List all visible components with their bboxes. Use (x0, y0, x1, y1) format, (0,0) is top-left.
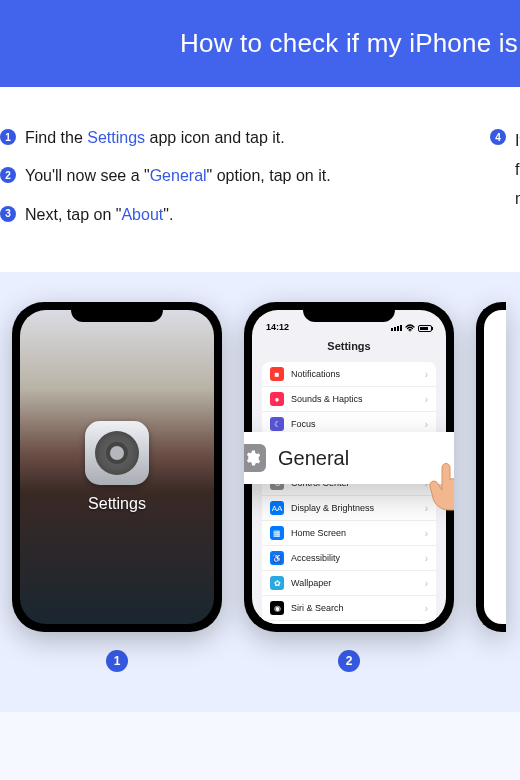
settings-group: ⚙ Control Center ›AA Display & Brightnes… (262, 471, 436, 624)
signal-icon (391, 325, 402, 331)
page-title: How to check if my iPhone is unlocked in… (180, 28, 520, 58)
step-item: 4 If you scroll down, you willfind infor… (490, 127, 520, 213)
wifi-icon (405, 324, 415, 332)
row-icon: AA (270, 501, 284, 515)
gear-icon (85, 421, 149, 485)
settings-row[interactable]: ✿ Wallpaper › (262, 571, 436, 596)
chevron-right-icon: › (425, 603, 428, 614)
chevron-right-icon: › (425, 578, 428, 589)
chevron-right-icon: › (425, 394, 428, 405)
settings-row[interactable]: ▦ Home Screen › (262, 521, 436, 546)
step-text: Next, tap on "About". (25, 204, 173, 226)
phone-mockup-3 (476, 302, 506, 632)
steps-section: 1 Find the Settings app icon and tap it.… (0, 87, 520, 272)
row-icon: ■ (270, 367, 284, 381)
row-label: Siri & Search (291, 603, 418, 613)
phone-notch (71, 302, 163, 322)
pointer-hand-icon (424, 456, 454, 511)
phone-mockup-2: 14:12 Settings ■ Notifications ›● Sounds… (244, 302, 454, 632)
battery-icon (418, 325, 432, 332)
popout-label: General (278, 447, 349, 470)
row-label: Accessibility (291, 553, 418, 563)
settings-list: ■ Notifications ›● Sounds & Haptics ›☾ F… (252, 362, 446, 624)
step-item: 2 You'll now see a "General" option, tap… (0, 165, 430, 187)
settings-row[interactable]: ♿ Accessibility › (262, 546, 436, 571)
settings-row[interactable]: ■ Notifications › (262, 362, 436, 387)
row-label: Wallpaper (291, 578, 418, 588)
phone-badge: 2 (338, 650, 360, 672)
step-item: 1 Find the Settings app icon and tap it. (0, 127, 430, 149)
settings-row[interactable]: AA Display & Brightness › (262, 496, 436, 521)
phone-screen: Settings (20, 310, 214, 624)
row-label: Sounds & Haptics (291, 394, 418, 404)
step-number: 3 (0, 206, 16, 222)
phone-notch (303, 302, 395, 322)
row-label: Notifications (291, 369, 418, 379)
row-icon: ● (270, 392, 284, 406)
step-text: You'll now see a "General" option, tap o… (25, 165, 331, 187)
step-text: If you scroll down, you willfind informa… (515, 127, 520, 213)
chevron-right-icon: › (425, 369, 428, 380)
phone-column-2: 14:12 Settings ■ Notifications ›● Sounds… (244, 302, 454, 672)
chevron-right-icon: › (425, 419, 428, 430)
app-label: Settings (88, 495, 146, 513)
page-header: How to check if my iPhone is unlocked in… (0, 0, 520, 87)
step-text: Find the Settings app icon and tap it. (25, 127, 285, 149)
steps-right: 4 If you scroll down, you willfind infor… (490, 127, 520, 213)
row-icon: ✿ (270, 576, 284, 590)
step-number: 4 (490, 129, 506, 145)
row-icon: ▦ (270, 526, 284, 540)
phone-column-1: Settings 1 (12, 302, 222, 672)
status-time: 14:12 (266, 322, 289, 332)
steps-left: 1 Find the Settings app icon and tap it.… (0, 127, 430, 242)
settings-row[interactable]: ◉ Siri & Search › (262, 596, 436, 621)
row-icon: ♿ (270, 551, 284, 565)
general-popout[interactable]: General (244, 432, 454, 484)
settings-row[interactable]: ● Sounds & Haptics › (262, 387, 436, 412)
row-label: Focus (291, 419, 418, 429)
chevron-right-icon: › (425, 553, 428, 564)
row-label: Home Screen (291, 528, 418, 538)
keyword-link[interactable]: About (121, 206, 163, 223)
keyword-link[interactable]: General (150, 167, 207, 184)
step-number: 1 (0, 129, 16, 145)
step-item: 3 Next, tap on "About". (0, 204, 430, 226)
settings-app-icon[interactable]: Settings (85, 421, 149, 513)
gear-icon (244, 444, 266, 472)
settings-row[interactable]: ☺ Face ID & Passcode › (262, 621, 436, 624)
row-label: Display & Brightness (291, 503, 418, 513)
phone-badge: 1 (106, 650, 128, 672)
row-icon: ◉ (270, 601, 284, 615)
chevron-right-icon: › (425, 528, 428, 539)
phones-strip: Settings 1 14:12 Settings ■ (0, 272, 520, 712)
row-icon: ☾ (270, 417, 284, 431)
screen-title: Settings (252, 334, 446, 362)
step-number: 2 (0, 167, 16, 183)
phone-mockup-1: Settings (12, 302, 222, 632)
keyword-link[interactable]: Settings (87, 129, 145, 146)
